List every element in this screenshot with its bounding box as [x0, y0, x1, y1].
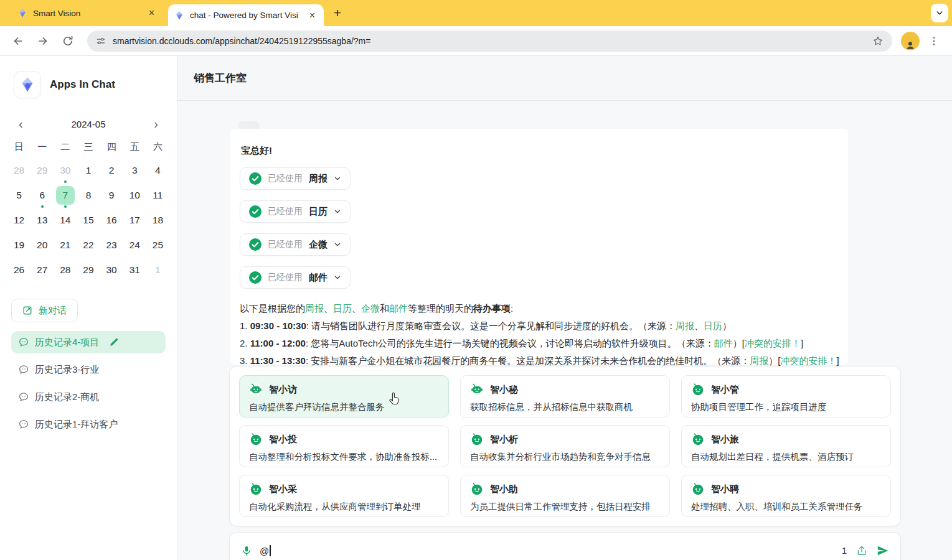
calendar-day[interactable]: 13 — [31, 208, 54, 233]
calendar-day[interactable]: 1 — [146, 258, 169, 282]
calendar-day-number: 25 — [148, 236, 167, 254]
browser-tab-smart-vision[interactable]: Smart Vision × — [11, 0, 163, 26]
inline-link[interactable]: 周报 — [676, 320, 694, 331]
history-item-1[interactable]: 历史记录1-拜访客户 — [11, 413, 166, 436]
agent-card-7[interactable]: 智小采自动化采购流程，从供应商管理到订单处理 — [239, 475, 449, 517]
agent-name: 智小访 — [269, 384, 297, 396]
agent-card-9[interactable]: 智小聘处理招聘、入职、培训和员工关系管理任务 — [681, 475, 891, 517]
calendar-day[interactable]: 30 — [100, 258, 123, 282]
history-item-3[interactable]: 历史记录3-行业 — [11, 358, 166, 381]
inline-link[interactable]: 企微 — [361, 303, 380, 314]
calendar-day[interactable]: 28 — [7, 158, 31, 183]
calendar-day[interactable]: 12 — [7, 208, 31, 233]
calendar-day[interactable]: 25 — [146, 233, 169, 258]
site-info-icon[interactable] — [96, 36, 106, 46]
agent-card-6[interactable]: 智小旅自动规划出差日程，提供机票、酒店预订 — [681, 425, 891, 467]
calendar-day[interactable]: 29 — [31, 158, 54, 183]
chat-input[interactable]: @ — [260, 545, 271, 556]
agent-description: 自动化采购流程，从供应商管理到订单处理 — [249, 501, 439, 513]
edit-history-button[interactable] — [109, 337, 119, 347]
tab-search-button[interactable] — [931, 4, 948, 22]
robot-icon — [249, 482, 263, 496]
back-button[interactable] — [7, 30, 29, 52]
inline-link[interactable]: 周报 — [305, 303, 324, 314]
reload-button[interactable] — [57, 30, 78, 52]
tab-close-icon[interactable]: × — [307, 9, 318, 22]
calendar-day[interactable]: 4 — [146, 158, 169, 183]
calendar-day[interactable]: 24 — [123, 233, 146, 258]
calendar-day[interactable]: 27 — [31, 258, 54, 282]
microphone-icon[interactable] — [241, 545, 252, 556]
calendar-day[interactable]: 3 — [123, 158, 146, 183]
chat-input-bar[interactable]: @ 1 — [229, 532, 901, 560]
inline-link[interactable]: 日历 — [704, 320, 722, 331]
calendar-day[interactable]: 10 — [123, 183, 146, 208]
send-button[interactable] — [877, 544, 889, 557]
calendar-day[interactable]: 2 — [100, 158, 123, 183]
agent-card-4[interactable]: 智小投自动整理和分析投标文件要求，协助准备投标... — [239, 425, 449, 467]
browser-tab-chat[interactable]: chat - Powered by Smart Visi × — [168, 4, 324, 26]
calendar-day[interactable]: 31 — [123, 258, 146, 282]
agent-card-5[interactable]: 智小析自动收集并分析行业市场趋势和竞争对手信息 — [460, 425, 670, 467]
history-item-4[interactable]: 历史记录4-项目 — [11, 331, 166, 353]
new-tab-button[interactable]: + — [329, 4, 346, 22]
used-tool-pill-2[interactable]: 已经使用日历 — [240, 200, 351, 223]
url-bar[interactable]: smartvision.dcclouds.com/appsinchat/2404… — [87, 30, 892, 52]
calendar-weekday: 五 — [123, 136, 146, 158]
inline-link[interactable]: 冲突的安排！ — [745, 338, 801, 348]
upload-icon — [856, 545, 867, 556]
upload-button[interactable] — [856, 545, 867, 556]
calendar-day[interactable]: 17 — [123, 208, 146, 233]
agent-card-3[interactable]: 智小管协助项目管理工作，追踪项目进度 — [681, 375, 891, 418]
used-tool-pill-3[interactable]: 已经使用企微 — [240, 233, 351, 256]
used-tool-pill-4[interactable]: 已经使用邮件 — [240, 266, 351, 289]
calendar-day[interactable]: 6 — [31, 183, 54, 208]
agent-card-1[interactable]: 智小访自动提供客户拜访信息并整合服务 — [239, 375, 449, 418]
bookmark-star-icon[interactable] — [872, 35, 884, 47]
calendar-day[interactable]: 16 — [100, 208, 123, 233]
inline-link[interactable]: 周报 — [750, 355, 768, 366]
browser-menu-button[interactable] — [923, 30, 945, 52]
profile-avatar[interactable] — [901, 32, 920, 50]
agent-card-8[interactable]: 智小助为员工提供日常工作管理支持，包括日程安排 — [460, 475, 670, 517]
calendar-day[interactable]: 23 — [100, 233, 123, 258]
text-segment: 以下是根据您的 — [240, 303, 305, 314]
inline-link[interactable]: 邮件 — [389, 303, 408, 314]
url-text[interactable]: smartvision.dcclouds.com/appsinchat/2404… — [113, 36, 865, 46]
agent-card-header: 智小投 — [249, 432, 439, 446]
calendar-day-selected[interactable]: 7 — [54, 183, 77, 208]
calendar-day[interactable]: 21 — [54, 233, 77, 258]
calendar-day[interactable]: 15 — [77, 208, 100, 233]
calendar-day[interactable]: 8 — [77, 183, 100, 208]
calendar-day[interactable]: 5 — [7, 183, 31, 208]
inline-link[interactable]: 邮件 — [714, 338, 733, 348]
new-chat-button[interactable]: 新对话 — [11, 299, 78, 322]
calendar-day[interactable]: 18 — [146, 208, 169, 233]
forward-button[interactable] — [32, 30, 54, 52]
calendar-prev-button[interactable]: ‹ — [16, 118, 26, 130]
tab-close-icon[interactable]: × — [146, 7, 157, 19]
calendar-day[interactable]: 20 — [31, 233, 54, 258]
agent-description: 处理招聘、入职、培训和员工关系管理任务 — [691, 501, 881, 513]
chevron-down-icon — [334, 274, 341, 281]
chat-bubble-icon — [19, 419, 29, 429]
agent-description: 获取招标信息，并从招标信息中获取商机 — [470, 401, 660, 413]
calendar-day[interactable]: 29 — [77, 258, 100, 282]
calendar-day[interactable]: 11 — [146, 183, 169, 208]
inline-link[interactable]: 冲突的安排！ — [780, 355, 836, 366]
history-item-2[interactable]: 历史记录2-商机 — [11, 386, 166, 408]
calendar-day[interactable]: 19 — [7, 233, 31, 258]
inline-link[interactable]: 日历 — [333, 303, 352, 314]
calendar-week-row: 2829301234 — [7, 158, 169, 183]
calendar-next-button[interactable]: › — [151, 118, 161, 130]
calendar-day[interactable]: 9 — [100, 183, 123, 208]
agent-card-2[interactable]: 智小秘获取招标信息，并从招标信息中获取商机 — [460, 375, 670, 418]
used-tool-pill-1[interactable]: 已经使用周报 — [240, 167, 351, 190]
calendar-day[interactable]: 26 — [7, 258, 31, 282]
calendar-day[interactable]: 30 — [54, 158, 77, 183]
calendar-day[interactable]: 1 — [77, 158, 100, 183]
calendar-day[interactable]: 28 — [54, 258, 77, 282]
calendar-day[interactable]: 14 — [54, 208, 77, 233]
calendar-day[interactable]: 22 — [77, 233, 100, 258]
input-actions: 1 — [842, 544, 889, 557]
